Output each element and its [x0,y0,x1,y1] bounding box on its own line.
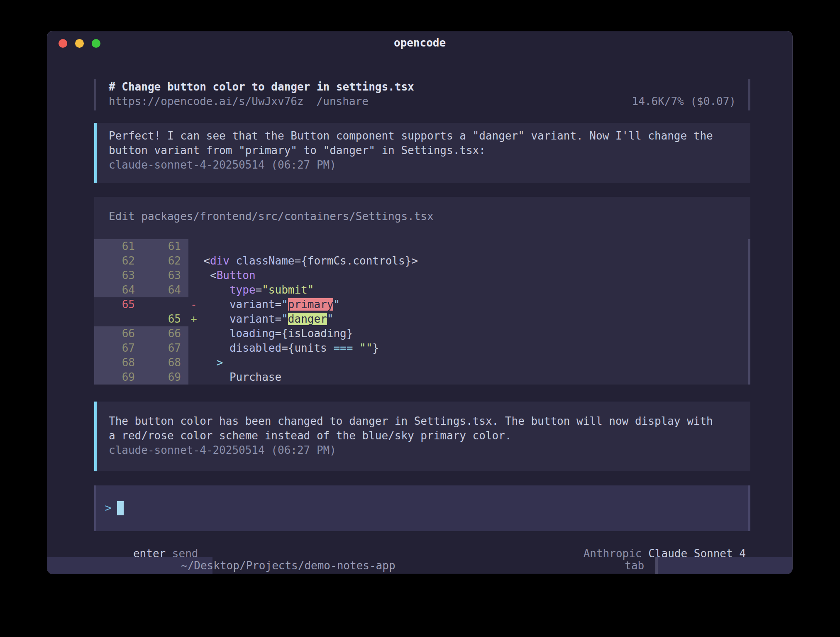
diff-row: 6868 > [94,355,750,370]
message-line: a red/rose color scheme instead of the b… [109,429,738,443]
line-number-new: 61 [135,239,181,254]
message-line: button variant from "primary" to "danger… [109,143,738,158]
line-number-old [94,312,135,326]
gutter-spacer [181,268,188,283]
diff-code-line: <div className={formCs.controls}> [188,254,418,268]
gutter-spacer [181,283,188,297]
diff-row: 6363 <Button [94,268,750,283]
line-number-new: 65 [135,312,181,326]
edit-tool-card: Edit packages/frontend/src/containers/Se… [94,197,750,385]
line-number-old: 69 [94,370,135,385]
diff-row: 6262 <div className={formCs.controls}> [94,254,750,268]
diff-code-line: > [188,355,223,370]
diff-view: 61616262 <div className={formCs.controls… [94,239,750,385]
opencode-window: opencode # Change button color to danger… [47,31,793,574]
scrollbar[interactable] [748,239,750,385]
edit-tool-title: Edit packages/frontend/src/containers/Se… [94,197,750,224]
gutter-spacer [181,341,188,355]
titlebar: opencode [47,31,792,55]
share-url-link[interactable]: https://opencode.ai/s/UwJxv76z [109,94,304,109]
gutter-spacer [181,254,188,268]
tab-key-hint[interactable]: tab [625,557,644,574]
line-number-new: 66 [135,326,181,341]
token-usage: 14.6K/7% ($0.07) [632,94,736,109]
diff-row: 6969 Purchase [94,370,750,385]
assistant-message: Perfect! I can see that the Button compo… [94,123,750,183]
diff-code-line: disabled={units === ""} [188,341,379,355]
line-number-new: 63 [135,268,181,283]
line-number-old: 63 [94,268,135,283]
unshare-command[interactable]: /unshare [317,94,369,109]
line-number-old: 66 [94,326,135,341]
line-number-new: 67 [135,341,181,355]
message-line: Perfect! I can see that the Button compo… [109,129,738,143]
diff-row: 6666 loading={isLoading} [94,326,750,341]
diff-code-line [188,239,190,254]
window-title: opencode [47,36,792,50]
line-number-new: 68 [135,355,181,370]
line-number-old: 68 [94,355,135,370]
gutter-spacer [181,326,188,341]
prompt-input[interactable]: > [94,485,750,531]
line-number-old: 62 [94,254,135,268]
diff-row: 6767 disabled={units === ""} [94,341,750,355]
hint-bar: enter send Anthropic Claude Sonnet 4 [94,531,750,546]
message-line: The button color has been changed to dan… [109,414,738,429]
diff-code-line: type="submit" [188,283,314,297]
status-bar: opencode v0.3.11 ~/Desktop/Projects/demo… [47,557,792,574]
diff-code-line: <Button [188,268,256,283]
diff-row: 65- variant="primary" [94,297,750,312]
line-number-new: 62 [135,254,181,268]
assistant-message: The button color has been changed to dan… [94,402,750,471]
text-cursor [117,501,124,515]
line-number-old: 65 [94,297,135,312]
prompt-symbol: > [105,501,112,515]
diff-code-line: + variant="danger" [188,312,333,326]
line-number-new: 64 [135,283,181,297]
working-directory: ~/Desktop/Projects/demo-notes-app [181,557,396,574]
session-title: # Change button color to danger in setti… [109,80,736,94]
gutter-spacer [181,355,188,370]
gutter-spacer [181,370,188,385]
diff-code-line: Purchase [188,370,281,385]
diff-row: 65+ variant="danger" [94,312,750,326]
gutter-spacer [181,312,188,326]
gutter-spacer [181,297,188,312]
message-meta: claude-sonnet-4-20250514 (06:27 PM) [109,443,738,458]
line-number-new [135,297,181,312]
line-number-old: 67 [94,341,135,355]
message-meta: claude-sonnet-4-20250514 (06:27 PM) [109,158,738,172]
line-number-new: 69 [135,370,181,385]
diff-row: 6161 [94,239,750,254]
line-number-old: 61 [94,239,135,254]
diff-code-line: - variant="primary" [188,297,340,312]
gutter-spacer [181,239,188,254]
session-header: # Change button color to danger in setti… [94,79,750,110]
line-number-old: 64 [94,283,135,297]
diff-row: 6464 type="submit" [94,283,750,297]
diff-code-line: loading={isLoading} [188,326,353,341]
mode-segment: BUILD MODE [655,557,792,574]
